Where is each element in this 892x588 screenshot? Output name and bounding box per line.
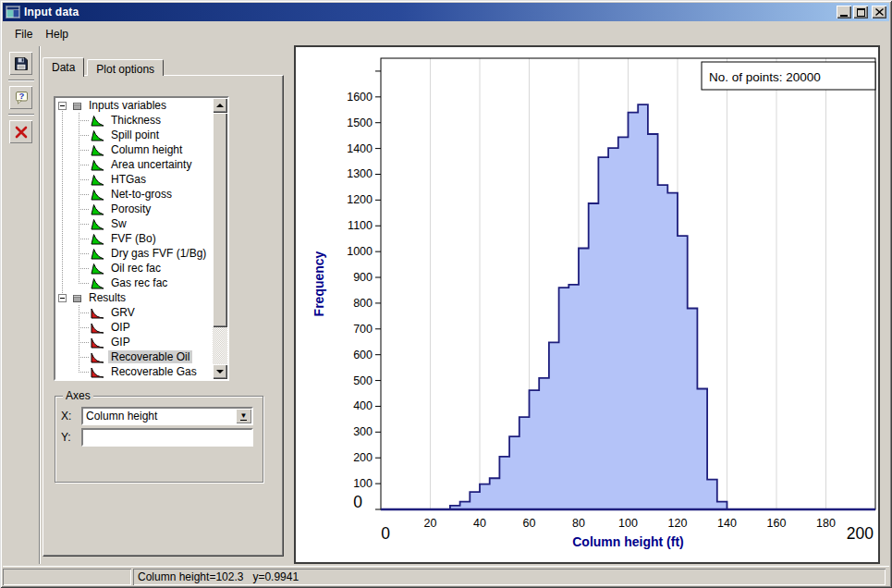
save-button[interactable]: [9, 52, 32, 75]
y-tick-label: 1100: [348, 219, 373, 232]
histogram-chart[interactable]: 1002003004005006007008009001000110012001…: [296, 47, 878, 562]
tree-item-thickness[interactable]: Thickness: [55, 113, 213, 128]
scroll-up-button[interactable]: [213, 98, 227, 113]
arrow-up-icon: [216, 104, 224, 107]
scrollbar-thumb[interactable]: [213, 113, 227, 327]
status-readout: Column height=102.3 y=0.9941: [133, 569, 886, 585]
tree-group-inputs-variables[interactable]: Inputs variables: [55, 98, 213, 113]
tree-item-label: Dry gas FVF (1/Bg): [108, 247, 209, 260]
menu-bar: File Help: [3, 22, 889, 45]
arrow-down-icon: [216, 370, 224, 374]
x-axis-dropdown-button[interactable]: ▼: [236, 409, 251, 423]
y-axis-input[interactable]: [81, 428, 253, 447]
tree-item-label: Gas rec fac: [108, 276, 170, 289]
collapse-box-icon[interactable]: [58, 102, 67, 110]
x-axis-field-label: X:: [61, 410, 81, 423]
y-tick-label: 1500: [347, 116, 373, 129]
x-axis-select[interactable]: [81, 407, 253, 425]
tree-item-net-to-gross[interactable]: Net-to-gross: [55, 187, 213, 202]
cube-icon: [72, 293, 82, 303]
variables-tree[interactable]: Inputs variablesThicknessSpill pointColu…: [54, 96, 229, 381]
y-tick-label: 900: [353, 271, 373, 284]
x-axis-title: Column height (ft): [572, 534, 684, 549]
floppy-disk-icon: [14, 56, 29, 71]
close-button[interactable]: [872, 6, 886, 18]
tree-item-fvf-bo[interactable]: FVF (Bo): [55, 231, 213, 246]
tree-item-label: Area uncertainty: [108, 158, 194, 171]
maximize-icon: [857, 8, 865, 17]
x-tick-label: 40: [473, 517, 486, 530]
red-distribution-icon: [91, 307, 104, 319]
tree-item-label: GIP: [108, 336, 133, 349]
x-tick-label: 100: [618, 517, 638, 530]
maximize-button[interactable]: [853, 6, 868, 18]
y-tick-label: 1600: [347, 91, 373, 104]
green-distribution-icon: [91, 277, 104, 289]
x-tick-label: 80: [572, 517, 585, 530]
x-tick-label: 180: [816, 517, 836, 530]
x-tick-label: 20: [424, 517, 437, 530]
tree-item-recoverable-oil[interactable]: Recoverable Oil: [55, 349, 213, 364]
green-distribution-icon: [91, 203, 104, 215]
y-tick-label: 1300: [347, 167, 373, 180]
red-distribution-icon: [91, 366, 104, 378]
tree-group-label: Results: [86, 291, 128, 304]
tree-item-porosity[interactable]: Porosity: [55, 202, 213, 216]
points-count-label: No. of points: 20000: [709, 70, 821, 84]
tree-scrollbar[interactable]: [213, 98, 227, 379]
scroll-down-button[interactable]: [213, 364, 227, 379]
tree-item-area-uncertainty[interactable]: Area uncertainty: [55, 157, 213, 172]
tree-item-sw[interactable]: Sw: [55, 216, 213, 231]
tree-item-label: Sw: [108, 217, 129, 230]
minimize-button[interactable]: [837, 6, 851, 18]
tree-item-htgas[interactable]: HTGas: [55, 172, 213, 187]
tree-item-dry-gas-fvf-1-bg[interactable]: Dry gas FVF (1/Bg): [55, 246, 213, 261]
tree-item-oil-rec-fac[interactable]: Oil rec fac: [55, 261, 213, 276]
svg-text:?: ?: [18, 91, 24, 101]
tab-data[interactable]: Data: [43, 57, 84, 77]
y-axis-zero-label: 0: [353, 493, 362, 511]
help-button[interactable]: ?: [9, 86, 32, 109]
tree-item-grv[interactable]: GRV: [55, 305, 213, 320]
menu-file[interactable]: File: [8, 25, 39, 43]
y-tick-label: 300: [353, 425, 373, 438]
menu-help[interactable]: Help: [39, 25, 75, 43]
x-tick-label: 160: [767, 517, 787, 530]
green-distribution-icon: [91, 115, 104, 127]
green-distribution-icon: [91, 233, 104, 245]
tree-item-label: Oil rec fac: [108, 262, 164, 275]
toolbar: ?: [3, 46, 40, 564]
green-distribution-icon: [91, 129, 104, 141]
tree-item-gip[interactable]: GIP: [55, 335, 213, 349]
tree-item-oip[interactable]: OIP: [55, 320, 213, 335]
tree-item-gas-rec-fac[interactable]: Gas rec fac: [55, 276, 213, 290]
status-bar: Column height=102.3 y=0.9941: [3, 566, 889, 585]
red-distribution-icon: [91, 351, 104, 363]
y-tick-label: 800: [353, 297, 373, 310]
tree-item-recoverable-gas[interactable]: Recoverable Gas: [55, 364, 213, 379]
y-tick-label: 400: [353, 399, 373, 412]
y-axis-field-label: Y:: [61, 431, 81, 444]
status-cell-empty: [3, 569, 131, 585]
y-tick-label: 200: [353, 451, 373, 464]
close-file-button[interactable]: [9, 120, 32, 143]
app-window: Input data File Help: [0, 0, 892, 588]
red-distribution-icon: [91, 337, 104, 349]
tab-plot-options[interactable]: Plot options: [87, 59, 164, 76]
tree-item-column-height[interactable]: Column height: [55, 142, 213, 157]
close-icon: [875, 8, 884, 16]
window-title: Input data: [24, 6, 837, 18]
left-panel: Data Plot options Inputs variablesThickn…: [43, 56, 284, 557]
title-bar[interactable]: Input data: [3, 3, 889, 21]
tree-group-results[interactable]: Results: [55, 290, 213, 305]
toolbar-separator: [8, 80, 34, 81]
tree-item-spill-point[interactable]: Spill point: [55, 128, 213, 142]
tree-item-label: GRV: [108, 306, 138, 319]
histogram-series: [450, 104, 727, 509]
data-tab-page: Inputs variablesThicknessSpill pointColu…: [43, 75, 284, 557]
tree-item-label: Porosity: [108, 202, 153, 215]
toolbar-separator: [8, 114, 34, 116]
tree-item-label: Thickness: [108, 114, 164, 127]
dropdown-arrow-icon: ▼: [240, 412, 248, 421]
collapse-box-icon[interactable]: [58, 294, 67, 302]
